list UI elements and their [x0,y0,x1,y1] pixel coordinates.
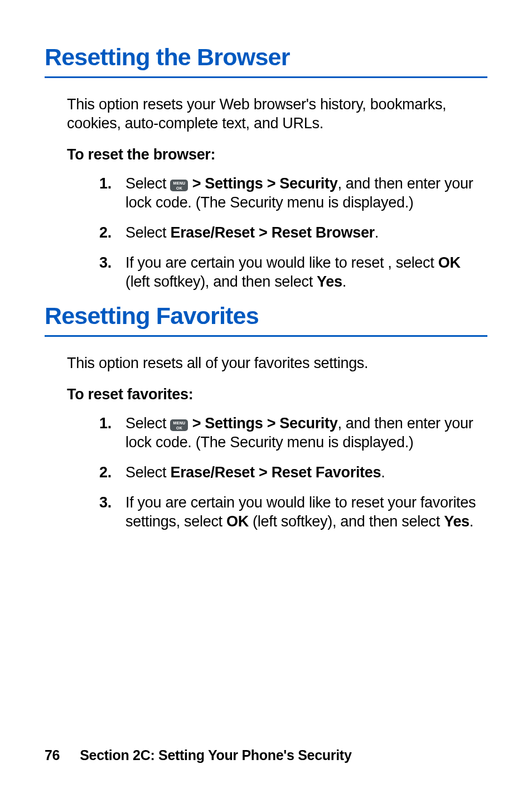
heading-resetting-favorites: Resetting Favorites [45,302,487,337]
step-text: Select [125,464,170,481]
menu-ok-icon: MENUOK [170,419,188,431]
step-text: Select [125,224,170,241]
step-text-bold: OK [438,254,461,271]
step-text-bold: Yes [317,273,342,290]
section-label: Section 2C: Setting Your Phone's Securit… [80,747,351,763]
step-text-bold: > Settings > Security [188,175,337,192]
subheading-reset-browser: To reset the browser: [67,145,487,164]
step-text: . [375,224,379,241]
page-number: 76 [45,747,60,763]
step-text-bold: > Settings > Security [188,415,337,432]
menu-ok-icon: MENUOK [170,180,188,191]
paragraph-intro-browser: This option resets your Web browser's hi… [67,95,487,133]
page-footer: 76Section 2C: Setting Your Phone's Secur… [45,747,351,763]
step-text: If you are certain you would like to res… [125,254,438,271]
step-text: (left softkey), and then select [249,513,444,530]
step-text: Select [125,175,170,192]
step-2: Select Erase/Reset > Reset Browser. [99,223,487,242]
page: Resetting the Browser This option resets… [0,0,532,798]
step-1: Select MENUOK > Settings > Security, and… [99,414,487,452]
step-3: If you are certain you would like to res… [99,253,487,291]
step-text: (left softkey), and then select [125,273,317,290]
step-3: If you are certain you would like to res… [99,493,487,531]
heading-resetting-browser: Resetting the Browser [45,43,487,78]
step-text-bold: Yes [444,513,470,530]
steps-reset-browser: Select MENUOK > Settings > Security, and… [45,174,487,291]
step-1: Select MENUOK > Settings > Security, and… [99,174,487,212]
steps-reset-favorites: Select MENUOK > Settings > Security, and… [45,414,487,531]
step-text: Select [125,415,170,432]
step-text: . [381,464,385,481]
subheading-reset-favorites: To reset favorites: [67,385,487,404]
step-text-bold: OK [226,513,249,530]
step-text: . [470,513,473,530]
paragraph-intro-favorites: This option resets all of your favorites… [67,354,487,373]
step-text: . [342,273,346,290]
step-text-bold: Erase/Reset > Reset Browser [170,224,374,241]
step-2: Select Erase/Reset > Reset Favorites. [99,463,487,482]
step-text-bold: Erase/Reset > Reset Favorites [170,464,381,481]
